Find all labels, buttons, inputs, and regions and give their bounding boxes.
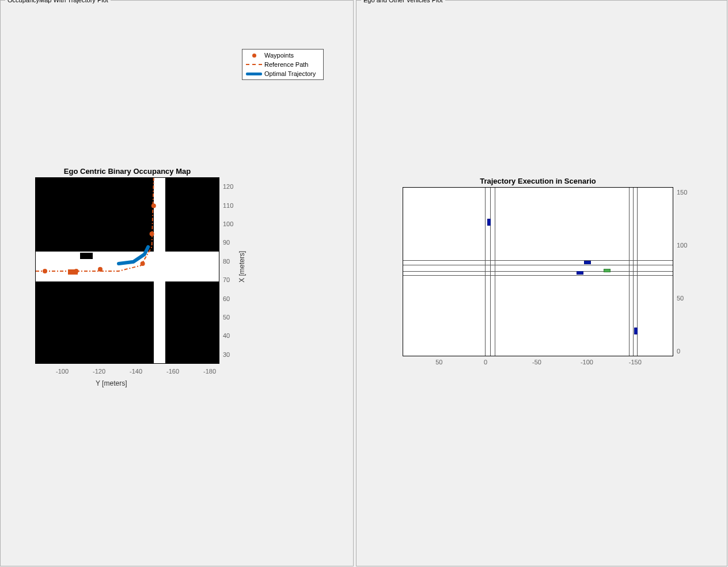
xtick: -120 [93,368,105,375]
ytick: 100 [223,220,233,227]
svg-point-4 [150,231,154,236]
occupancy-map-panel: OccupancyMap With Trajectory Plot Waypoi… [0,0,354,566]
blue-car-bottom [634,328,638,334]
xtick: 50 [435,359,442,366]
road-horizontal [403,260,673,261]
left-panel-title: OccupancyMap With Trajectory Plot [5,0,111,3]
road-vertical [485,188,486,356]
ytick: 40 [223,332,230,339]
waypoints-marker-icon [246,54,262,58]
legend-item-waypoints: Waypoints [246,51,320,60]
optimal-trajectory-line-icon [246,73,262,75]
occupancy-map-plot[interactable] [35,177,219,364]
ytick: 120 [223,183,233,190]
ytick: 50 [677,295,684,302]
left-xlabel: Y [meters] [96,379,127,387]
road-horizontal [403,271,673,272]
ytick: 80 [223,258,230,265]
svg-point-2 [98,267,103,272]
svg-point-5 [151,204,156,208]
xtick: 0 [484,359,487,366]
scenario-panel: Ego and Other Vehicles Plot Trajectory E… [356,0,727,566]
ytick: 0 [677,348,680,355]
xtick: -150 [629,359,642,366]
reference-path-line-icon [246,64,262,65]
left-ylabel: X [meters] [238,251,246,283]
svg-point-1 [74,269,78,273]
legend: Waypoints Reference Path Optimal Traject… [242,49,324,80]
xtick: -100 [56,368,69,375]
ytick: 100 [677,242,687,249]
xtick: -50 [532,359,541,366]
blue-car-left [577,271,583,275]
svg-point-0 [43,269,47,273]
left-chart-title: Ego Centric Binary Occupancy Map [35,167,219,176]
road-horizontal [403,275,673,276]
blue-car-mid [584,261,591,264]
ytick: 50 [223,314,230,321]
right-panel-title: Ego and Other Vehicles Plot [361,0,445,3]
svg-point-3 [141,261,145,266]
ytick: 70 [223,276,230,283]
xtick: -100 [581,359,593,366]
ytick: 30 [223,351,230,358]
scenario-plot[interactable] [403,187,673,356]
green-ego [604,269,611,272]
blue-car-top [487,219,491,226]
legend-item-reference-path: Reference Path [246,60,320,69]
ytick: 90 [223,239,230,246]
ytick: 110 [223,202,233,209]
xtick: -180 [203,368,216,375]
ytick: 150 [677,189,687,196]
road-vertical [633,188,634,356]
road-vertical [490,188,491,356]
road-vertical [495,188,495,356]
xtick: -160 [166,368,179,375]
xtick: -140 [130,368,142,375]
right-chart-title: Trajectory Execution in Scenario [403,177,673,185]
trajectory-overlay [36,178,219,364]
legend-item-optimal-trajectory: Optimal Trajectory [246,69,320,78]
legend-label: Reference Path [264,61,308,68]
ytick: 60 [223,295,230,302]
road-vertical [629,188,630,356]
legend-label: Waypoints [264,52,294,59]
legend-label: Optimal Trajectory [264,70,316,77]
road-horizontal [403,265,673,265]
